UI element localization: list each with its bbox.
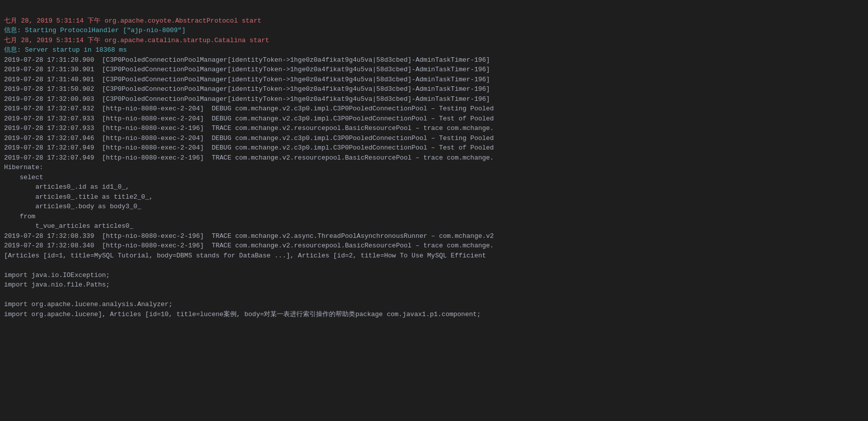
log-line: 2019-07-28 17:32:07.946 [http-nio-8080-e… [4, 133, 864, 144]
log-line: from [4, 212, 864, 222]
log-line: 2019-07-28 17:32:07.933 [http-nio-8080-e… [4, 114, 864, 124]
log-line: 2019-07-28 17:32:08.339 [http-nio-8080-e… [4, 231, 864, 241]
log-line: 2019-07-28 17:31:40.901 [C3P0PooledConne… [4, 75, 864, 85]
log-line: 信息: Starting ProtocolHandler ["ajp-nio-8… [4, 26, 864, 36]
log-line: import java.nio.file.Paths; [4, 280, 864, 290]
log-line: import org.apache.lucene], Articles [id=… [4, 310, 864, 320]
log-line: t_vue_articles articles0_ [4, 221, 864, 231]
log-line: 2019-07-28 17:31:20.900 [C3P0PooledConne… [4, 55, 864, 65]
log-line: import org.apache.lucene.analysis.Analyz… [4, 300, 864, 310]
log-line: 七月 28, 2019 5:31:14 下午 org.apache.coyote… [4, 16, 864, 26]
log-line: Hibernate: [4, 163, 864, 173]
log-line: articles0_.title as title2_0_, [4, 192, 864, 202]
log-line: 信息: Server startup in 18368 ms [4, 45, 864, 55]
log-line: import java.io.IOException; [4, 270, 864, 280]
log-line: 2019-07-28 17:31:50.902 [C3P0PooledConne… [4, 84, 864, 94]
log-line: articles0_.body as body3_0_ [4, 202, 864, 212]
log-line: 2019-07-28 17:32:00.903 [C3P0PooledConne… [4, 94, 864, 104]
log-line [4, 260, 864, 270]
log-line: select [4, 173, 864, 183]
log-line: 2019-07-28 17:31:30.901 [C3P0PooledConne… [4, 65, 864, 75]
log-line: articles0_.id as id1_0_, [4, 182, 864, 192]
log-line: 2019-07-28 17:32:07.949 [http-nio-8080-e… [4, 153, 864, 163]
log-line [4, 290, 864, 300]
log-line: 2019-07-28 17:32:07.933 [http-nio-8080-e… [4, 123, 864, 133]
log-container: 七月 28, 2019 5:31:14 下午 org.apache.coyote… [0, 4, 868, 321]
log-line: 2019-07-28 17:32:08.340 [http-nio-8080-e… [4, 241, 864, 251]
log-line: 2019-07-28 17:32:07.949 [http-nio-8080-e… [4, 143, 864, 153]
log-line: 七月 28, 2019 5:31:14 下午 org.apache.catali… [4, 36, 864, 46]
log-line: [Articles [id=1, title=MySQL Tutorial, b… [4, 251, 864, 261]
log-line: 2019-07-28 17:32:07.932 [http-nio-8080-e… [4, 104, 864, 114]
